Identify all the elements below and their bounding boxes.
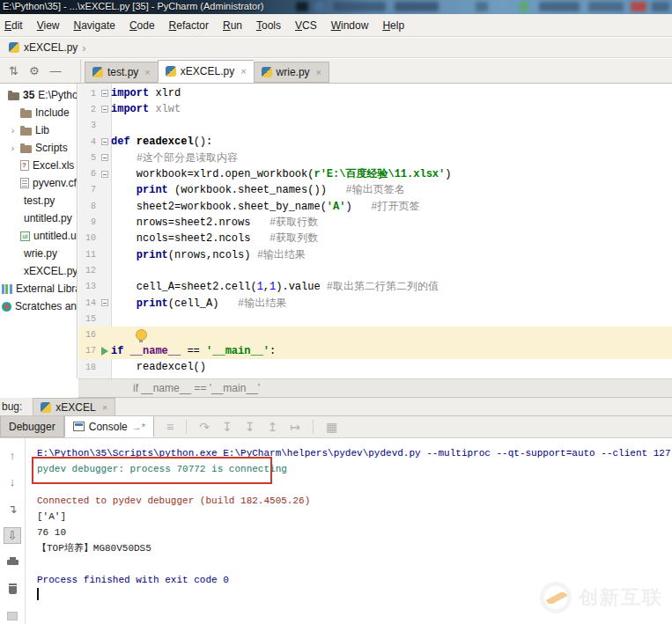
tree-item-test-py[interactable]: test.py [0, 192, 77, 209]
fold-icon[interactable] [101, 171, 108, 178]
code-text: print(cell_A) #输出结果 [111, 296, 672, 311]
code-line-1[interactable]: 1import xlrd [78, 85, 672, 101]
code-line-10[interactable]: 10 ncols=sheet2.ncols #获取列数 [78, 231, 672, 246]
menu-navigate[interactable]: Navigate [67, 19, 122, 32]
title-bar[interactable]: E:\Python\35] - ...\xEXCEL.py [35] - PyC… [0, 0, 672, 14]
fold-icon[interactable] [101, 106, 108, 113]
code-line-18[interactable]: 18 readexcel() [78, 359, 672, 375]
chevron-right-icon[interactable]: › [9, 143, 17, 153]
code-line-8[interactable]: 8 sheet2=workbook.sheet_by_name('A') #打开… [78, 198, 672, 214]
collapse-all-icon[interactable]: ⇅ [9, 65, 18, 77]
code-line-6[interactable]: 6 workbook=xlrd.open_workbook(r'E:\百度经验\… [78, 165, 672, 181]
code-line-4[interactable]: 4def readexcel(): [78, 134, 672, 150]
clear-all-icon[interactable] [4, 581, 21, 597]
tab-label: Debugger [9, 421, 55, 433]
console-line-7: 【TOP培养】MG80V50DS5 [37, 540, 672, 556]
editor-context-line: if __name__ == '__main__' [78, 378, 672, 398]
code-line-7[interactable]: 7 print (workbook.sheet_names()) #输出页签名 [78, 182, 672, 198]
tree-item-external-libraries[interactable]: External Libraries [0, 280, 77, 297]
code-line-5[interactable]: 5 #这个部分是读取内容 [78, 150, 672, 165]
line-number: 12 [78, 262, 99, 278]
menu-refactor[interactable]: Refactor [162, 19, 216, 32]
debug-console[interactable]: ↑↓↴⇩ E:\Python\35\Scripts\python.exe E:\… [0, 438, 672, 624]
tab-label: test.py [107, 66, 138, 78]
menu-window[interactable]: Window [324, 19, 376, 32]
intention-bulb-icon[interactable] [136, 329, 147, 341]
menu-code[interactable]: Code [122, 19, 162, 32]
tree-item-excel-xls[interactable]: Excel.xls [0, 157, 77, 174]
close-icon[interactable]: × [316, 67, 321, 77]
next-occurrence-icon[interactable]: ↓ [4, 474, 21, 489]
step-into-my-code-icon[interactable]: ↧ [245, 420, 255, 434]
tree-item-e-python-35[interactable]: 35E:\Python\35 [0, 86, 77, 104]
breadcrumb[interactable]: xEXCEL.py [24, 41, 78, 54]
code-line-15[interactable]: 15 [78, 311, 672, 327]
menu-help[interactable]: Help [375, 19, 411, 32]
gutter-fold-cell [99, 138, 111, 145]
editor-tab-xexcel-py[interactable]: xEXCEL.py× [158, 60, 254, 83]
print-icon[interactable] [4, 554, 21, 570]
close-icon[interactable]: × [240, 66, 246, 77]
editor-tab-wrie-py[interactable]: wrie.py× [254, 62, 329, 83]
close-icon[interactable]: × [102, 402, 107, 413]
tab-console[interactable]: Console→* [64, 416, 154, 437]
scroll-to-end-icon[interactable]: ⇩ [4, 527, 21, 543]
fold-icon[interactable] [101, 90, 108, 97]
gutter-fold-cell [99, 299, 111, 306]
fold-icon[interactable] [101, 299, 108, 306]
code-line-13[interactable]: 13 cell_A=sheet2.cell(1,1).value #取出第二行第… [78, 279, 672, 295]
tree-item-wrie-py[interactable]: wrie.py [0, 245, 77, 262]
evaluate-expression-icon[interactable]: ▦ [326, 420, 337, 434]
code-line-12[interactable]: 12 [78, 262, 672, 278]
code-editor[interactable]: 1import xlrd2import xlwt34def readexcel(… [78, 84, 672, 378]
console-line-8 [37, 556, 672, 572]
tree-item-pyvenv-cfg[interactable]: pyvenv.cfg [0, 174, 77, 192]
code-line-17[interactable]: 17if __name__ == '__main__': [78, 343, 672, 359]
line-number: 11 [78, 246, 99, 262]
step-over-icon[interactable]: ↷ [199, 420, 210, 434]
menu-vcs[interactable]: VCS [288, 19, 324, 32]
menu-run[interactable]: Run [216, 19, 249, 32]
fold-icon[interactable] [101, 154, 108, 161]
prev-occurrence-icon[interactable]: ↑ [4, 447, 21, 463]
menu-view[interactable]: View [30, 19, 67, 32]
tree-item-label: External Libraries [16, 283, 77, 295]
code-line-11[interactable]: 11 print(nrows,ncols) #输出结果 [78, 246, 672, 262]
code-line-2[interactable]: 2import xlwt [78, 101, 672, 117]
tab-debugger[interactable]: Debugger [0, 416, 64, 437]
close-icon[interactable]: × [144, 67, 150, 77]
chevron-right-icon[interactable]: › [9, 125, 17, 136]
settings-gear-icon[interactable]: ⚙ [29, 65, 40, 77]
menu-edit[interactable]: Edit [0, 19, 30, 32]
console-settings-icon[interactable] [4, 608, 21, 624]
tree-item-untitled-py[interactable]: untitled.py [0, 209, 77, 227]
line-number: 5 [78, 150, 99, 165]
watermark-text: 创新互联 [579, 584, 663, 611]
step-out-icon[interactable]: ↥ [267, 420, 277, 434]
code-line-3[interactable]: 3 [78, 118, 672, 134]
settings-menu-icon[interactable]: ≡ [166, 420, 174, 434]
tree-item-xexcel-py[interactable]: xEXCEL.py [0, 262, 77, 280]
code-text: import xlwt [111, 103, 672, 115]
step-into-icon[interactable]: ↧ [222, 420, 233, 434]
menu-tools[interactable]: Tools [249, 19, 288, 32]
watermark-logo-icon [540, 582, 572, 613]
editor-tab-test-py[interactable]: test.py× [85, 62, 158, 83]
run-arrow-icon[interactable] [101, 347, 108, 356]
tree-item-scripts[interactable]: ›Scripts [0, 139, 77, 157]
console-line-4: Connected to pydev debugger (build 182.4… [37, 493, 672, 509]
debug-session-tab[interactable]: xEXCEL × [33, 398, 115, 415]
run-to-cursor-icon[interactable]: ↦ [290, 420, 300, 434]
code-line-9[interactable]: 9 nrows=sheet2.nrows #获取行数 [78, 214, 672, 230]
fold-icon[interactable] [101, 138, 108, 145]
soft-wrap-icon[interactable]: ↴ [4, 501, 21, 517]
tree-item-include[interactable]: Include [0, 104, 77, 121]
code-line-16[interactable]: 16 [78, 327, 672, 342]
tree-item-scratches-and-consoles[interactable]: Scratches and Consoles [0, 297, 77, 315]
code-line-14[interactable]: 14 print(cell_A) #输出结果 [78, 295, 672, 311]
tree-item-lib[interactable]: ›Lib [0, 121, 77, 139]
red-annotation-box [32, 457, 272, 484]
hide-panel-icon[interactable]: — [50, 65, 62, 77]
tree-item-untitled-ui[interactable]: uiuntitled.ui [0, 227, 77, 245]
code-text: def readexcel(): [111, 136, 672, 148]
